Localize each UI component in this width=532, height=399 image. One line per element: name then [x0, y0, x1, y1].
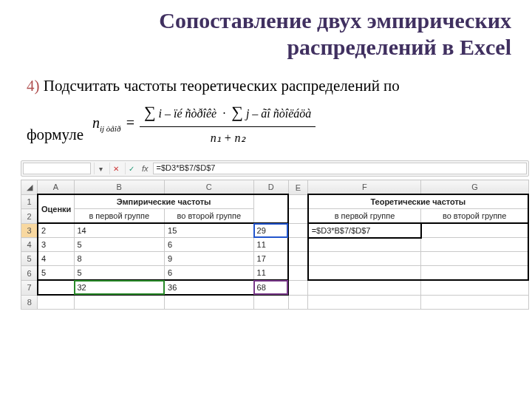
step-number: 4)	[27, 77, 40, 95]
slide-title: Сопоставление двух эмпирических распреде…	[27, 7, 511, 61]
name-box[interactable]	[23, 163, 91, 174]
cell[interactable]: 14	[74, 223, 165, 238]
select-all[interactable]: ◢	[21, 180, 38, 195]
cell[interactable]: Эмпирические частоты	[74, 194, 253, 209]
col-header[interactable]: A	[38, 180, 74, 195]
cell[interactable]	[308, 266, 421, 281]
cell[interactable]: 15	[165, 223, 254, 238]
cell[interactable]	[288, 194, 308, 209]
col-header[interactable]: B	[74, 180, 165, 195]
cell[interactable]	[288, 295, 308, 310]
cell[interactable]: 5	[74, 266, 165, 281]
formula-sum2: j – ãî ñòîëáöà	[246, 107, 311, 120]
cell[interactable]	[421, 280, 528, 295]
title-line-1: Сопоставление двух эмпирических	[159, 8, 511, 33]
cell[interactable]: 32	[74, 280, 165, 295]
cell[interactable]	[421, 238, 528, 252]
formula-denom: n₁ + n₂	[211, 127, 245, 148]
cell[interactable]	[288, 209, 308, 224]
cell[interactable]: 29	[253, 223, 288, 238]
cell[interactable]: в первой группе	[74, 209, 165, 224]
cancel-icon[interactable]: ✕	[109, 163, 122, 174]
cell[interactable]: 11	[253, 266, 288, 281]
cell[interactable]: 5	[38, 266, 74, 281]
cell[interactable]	[288, 252, 308, 266]
cell[interactable]: 5	[74, 238, 165, 252]
cell[interactable]	[288, 280, 308, 295]
active-cell[interactable]: =$D3*B$7/$D$7	[308, 223, 421, 238]
col-header[interactable]: F	[308, 180, 421, 195]
cell[interactable]: 11	[253, 238, 288, 252]
title-line-2: распределений в Excel	[287, 35, 511, 59]
cell[interactable]	[74, 295, 165, 310]
formula-sub: ij òåîð	[100, 124, 120, 133]
sigma-icon: ∑	[144, 103, 156, 121]
cell[interactable]	[421, 223, 528, 238]
cell[interactable]	[288, 266, 308, 281]
formula-dot: ·	[222, 107, 225, 120]
cell[interactable]: 4	[38, 252, 74, 266]
cell[interactable]	[38, 280, 74, 295]
cell[interactable]	[38, 295, 74, 310]
cell[interactable]	[421, 295, 528, 310]
spreadsheet[interactable]: ◢ A B C D E F G 1 Оценки Эмпирические ча…	[21, 180, 529, 310]
cell[interactable]	[308, 238, 421, 252]
row-header[interactable]: 3	[21, 223, 38, 238]
cell[interactable]	[308, 280, 421, 295]
cell[interactable]	[253, 295, 288, 310]
cell[interactable]	[288, 223, 308, 238]
formula-sum1: i – ïé ñòðîêè	[159, 107, 217, 120]
cell[interactable]: во второй группе	[165, 209, 254, 224]
cell[interactable]: 2	[38, 223, 74, 238]
formula: nij òåîð = ∑ i – ïé ñòðîêè · ∑ j – ãî ñò…	[92, 99, 316, 148]
formula-n: n	[92, 115, 100, 131]
cell[interactable]: Теоретические частоты	[308, 194, 528, 209]
row-header[interactable]: 1	[21, 194, 38, 209]
table-row: 1 Оценки Эмпирические частоты Теоретичес…	[21, 194, 529, 209]
cell[interactable]	[165, 295, 254, 310]
cell[interactable]: 3	[38, 238, 74, 252]
confirm-icon[interactable]: ✓	[125, 163, 137, 174]
row-header[interactable]: 2	[21, 209, 38, 224]
formula-fraction: ∑ i – ïé ñòðîêè · ∑ j – ãî ñòîëáöà n₁ + …	[140, 99, 316, 148]
col-header[interactable]: D	[253, 180, 288, 195]
cell[interactable]: 17	[253, 252, 288, 266]
body-text: 4) Подсчитать частоты теоретических расп…	[27, 74, 511, 147]
cell[interactable]: 6	[165, 266, 254, 281]
row-header[interactable]: 7	[21, 280, 38, 295]
fx-icon[interactable]: fx	[140, 164, 150, 173]
sigma-icon: ∑	[231, 103, 243, 121]
cell[interactable]: 9	[165, 252, 254, 266]
cell[interactable]	[253, 194, 288, 223]
cell[interactable]: 6	[165, 238, 254, 252]
cell[interactable]	[421, 252, 528, 266]
table-row: 4 3 5 6 11	[21, 238, 529, 252]
cell[interactable]: 68	[253, 280, 288, 295]
table-row: 3 2 14 15 29 =$D3*B$7/$D$7	[21, 223, 529, 238]
col-header[interactable]: C	[165, 180, 254, 195]
row-header[interactable]: 6	[21, 266, 38, 281]
excel-screenshot: ▾ ✕ ✓ fx =$D3*B$7/$D$7 ◢ A B C D E F G 1…	[0, 160, 532, 310]
cell[interactable]: Оценки	[38, 194, 74, 223]
cell[interactable]: во второй группе	[421, 209, 528, 224]
row-header[interactable]: 5	[21, 252, 38, 266]
table-row: 5 4 8 9 17	[21, 252, 529, 266]
col-header[interactable]: E	[288, 180, 308, 195]
step-text-2: формуле	[27, 123, 83, 148]
formula-bar: ▾ ✕ ✓ fx =$D3*B$7/$D$7	[21, 160, 529, 177]
row-header[interactable]: 8	[21, 295, 38, 310]
cell[interactable]	[421, 266, 528, 281]
col-header[interactable]: G	[421, 180, 528, 195]
cell[interactable]	[308, 252, 421, 266]
formula-input[interactable]: =$D3*B$7/$D$7	[153, 163, 527, 174]
cell[interactable]: 8	[74, 252, 165, 266]
row-header[interactable]: 4	[21, 238, 38, 252]
table-row: 6 5 5 6 11	[21, 266, 529, 281]
cell[interactable]	[288, 238, 308, 252]
cell[interactable]	[308, 295, 421, 310]
dropdown-icon[interactable]: ▾	[94, 163, 106, 174]
table-row: 7 32 36 68	[21, 280, 529, 295]
cell[interactable]: 36	[165, 280, 254, 295]
cell[interactable]: в первой группе	[308, 209, 421, 224]
column-headers: ◢ A B C D E F G	[21, 180, 529, 195]
